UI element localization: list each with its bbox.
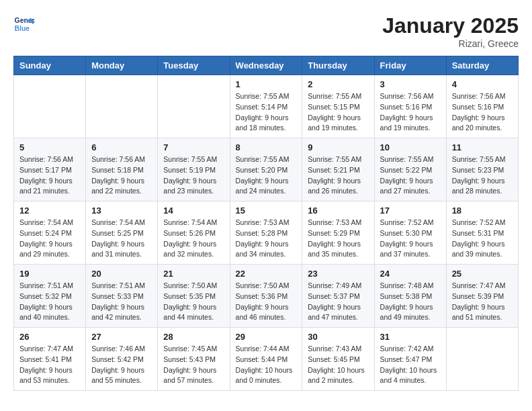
day-cell: 15Sunrise: 7:53 AMSunset: 5:28 PMDayligh… [230,201,302,265]
month-title: January 2025 [382,13,519,38]
day-number: 2 [308,79,368,89]
day-cell: 5Sunrise: 7:56 AMSunset: 5:17 PMDaylight… [14,138,86,201]
day-info: Sunrise: 7:42 AMSunset: 5:47 PMDaylight:… [380,344,441,386]
svg-text:Blue: Blue [15,25,30,32]
day-info: Sunrise: 7:45 AMSunset: 5:43 PMDaylight:… [163,344,224,386]
day-info: Sunrise: 7:54 AMSunset: 5:24 PMDaylight:… [19,218,80,260]
title-block: January 2025 Rizari, Greece [382,13,519,49]
day-cell: 19Sunrise: 7:51 AMSunset: 5:32 PMDayligh… [14,265,86,328]
day-number: 10 [380,142,441,152]
day-cell: 23Sunrise: 7:49 AMSunset: 5:37 PMDayligh… [302,265,374,328]
day-info: Sunrise: 7:48 AMSunset: 5:38 PMDaylight:… [380,281,441,323]
day-info: Sunrise: 7:44 AMSunset: 5:44 PMDaylight:… [236,344,297,386]
day-cell: 17Sunrise: 7:52 AMSunset: 5:30 PMDayligh… [374,201,446,265]
day-info: Sunrise: 7:56 AMSunset: 5:16 PMDaylight:… [380,91,441,134]
day-number: 25 [452,269,513,279]
day-number: 9 [308,142,368,152]
day-info: Sunrise: 7:50 AMSunset: 5:36 PMDaylight:… [236,281,297,323]
week-row-3: 12Sunrise: 7:54 AMSunset: 5:24 PMDayligh… [14,201,519,265]
day-number: 27 [91,332,152,342]
day-cell: 8Sunrise: 7:55 AMSunset: 5:20 PMDaylight… [230,138,302,201]
day-info: Sunrise: 7:55 AMSunset: 5:14 PMDaylight:… [236,91,297,134]
day-number: 30 [308,332,368,342]
day-info: Sunrise: 7:56 AMSunset: 5:17 PMDaylight:… [19,154,80,197]
day-cell [446,328,518,391]
day-info: Sunrise: 7:55 AMSunset: 5:23 PMDaylight:… [452,154,513,197]
day-cell: 22Sunrise: 7:50 AMSunset: 5:36 PMDayligh… [230,265,302,328]
weekday-header-row: SundayMondayTuesdayWednesdayThursdayFrid… [14,56,519,75]
day-cell: 18Sunrise: 7:52 AMSunset: 5:31 PMDayligh… [446,201,518,265]
day-info: Sunrise: 7:50 AMSunset: 5:35 PMDaylight:… [163,281,224,323]
day-cell: 7Sunrise: 7:55 AMSunset: 5:19 PMDaylight… [158,138,230,201]
week-row-2: 5Sunrise: 7:56 AMSunset: 5:17 PMDaylight… [14,138,519,201]
day-info: Sunrise: 7:51 AMSunset: 5:33 PMDaylight:… [91,281,152,323]
day-number: 24 [380,269,441,279]
day-cell: 31Sunrise: 7:42 AMSunset: 5:47 PMDayligh… [374,328,446,391]
day-number: 21 [163,269,224,279]
day-number: 18 [452,205,513,216]
weekday-header-thursday: Thursday [302,56,374,75]
day-number: 20 [91,269,152,279]
day-info: Sunrise: 7:53 AMSunset: 5:29 PMDaylight:… [308,218,368,260]
day-info: Sunrise: 7:55 AMSunset: 5:15 PMDaylight:… [308,91,368,134]
day-info: Sunrise: 7:55 AMSunset: 5:20 PMDaylight:… [236,154,297,197]
day-cell [86,75,158,138]
day-cell: 4Sunrise: 7:56 AMSunset: 5:16 PMDaylight… [446,75,518,138]
day-cell: 29Sunrise: 7:44 AMSunset: 5:44 PMDayligh… [230,328,302,391]
day-cell: 3Sunrise: 7:56 AMSunset: 5:16 PMDaylight… [374,75,446,138]
day-info: Sunrise: 7:47 AMSunset: 5:41 PMDaylight:… [19,344,80,386]
day-cell [14,75,86,138]
day-cell: 11Sunrise: 7:55 AMSunset: 5:23 PMDayligh… [446,138,518,201]
weekday-header-friday: Friday [374,56,446,75]
day-number: 29 [236,332,297,342]
weekday-header-wednesday: Wednesday [230,56,302,75]
day-cell: 28Sunrise: 7:45 AMSunset: 5:43 PMDayligh… [158,328,230,391]
day-info: Sunrise: 7:53 AMSunset: 5:28 PMDaylight:… [236,218,297,260]
day-number: 15 [236,205,297,216]
day-info: Sunrise: 7:47 AMSunset: 5:39 PMDaylight:… [452,281,513,323]
day-number: 12 [19,205,80,216]
day-number: 19 [19,269,80,279]
day-cell: 1Sunrise: 7:55 AMSunset: 5:14 PMDaylight… [230,75,302,138]
day-number: 13 [91,205,152,216]
day-info: Sunrise: 7:54 AMSunset: 5:25 PMDaylight:… [91,218,152,260]
weekday-header-saturday: Saturday [446,56,518,75]
day-info: Sunrise: 7:56 AMSunset: 5:18 PMDaylight:… [91,154,152,197]
day-info: Sunrise: 7:55 AMSunset: 5:22 PMDaylight:… [380,154,441,197]
week-row-4: 19Sunrise: 7:51 AMSunset: 5:32 PMDayligh… [14,265,519,328]
weekday-header-monday: Monday [86,56,158,75]
day-info: Sunrise: 7:51 AMSunset: 5:32 PMDaylight:… [19,281,80,323]
day-cell: 30Sunrise: 7:43 AMSunset: 5:45 PMDayligh… [302,328,374,391]
day-number: 8 [236,142,297,152]
day-info: Sunrise: 7:55 AMSunset: 5:19 PMDaylight:… [163,154,224,197]
calendar-table: SundayMondayTuesdayWednesdayThursdayFrid… [13,56,519,391]
day-info: Sunrise: 7:46 AMSunset: 5:42 PMDaylight:… [91,344,152,386]
weekday-header-tuesday: Tuesday [158,56,230,75]
day-number: 23 [308,269,368,279]
day-number: 7 [163,142,224,152]
day-cell: 20Sunrise: 7:51 AMSunset: 5:33 PMDayligh… [86,265,158,328]
day-info: Sunrise: 7:55 AMSunset: 5:21 PMDaylight:… [308,154,368,197]
day-number: 11 [452,142,513,152]
day-cell: 12Sunrise: 7:54 AMSunset: 5:24 PMDayligh… [14,201,86,265]
day-number: 3 [380,79,441,89]
day-number: 5 [19,142,80,152]
day-cell: 14Sunrise: 7:54 AMSunset: 5:26 PMDayligh… [158,201,230,265]
day-cell: 16Sunrise: 7:53 AMSunset: 5:29 PMDayligh… [302,201,374,265]
day-cell: 24Sunrise: 7:48 AMSunset: 5:38 PMDayligh… [374,265,446,328]
day-cell: 21Sunrise: 7:50 AMSunset: 5:35 PMDayligh… [158,265,230,328]
day-number: 31 [380,332,441,342]
logo: General Blue [13,13,35,35]
day-info: Sunrise: 7:43 AMSunset: 5:45 PMDaylight:… [308,344,368,386]
day-info: Sunrise: 7:54 AMSunset: 5:26 PMDaylight:… [163,218,224,260]
logo-icon: General Blue [13,13,35,35]
week-row-1: 1Sunrise: 7:55 AMSunset: 5:14 PMDaylight… [14,75,519,138]
week-row-5: 26Sunrise: 7:47 AMSunset: 5:41 PMDayligh… [14,328,519,391]
day-number: 28 [163,332,224,342]
location-subtitle: Rizari, Greece [382,38,519,49]
day-number: 4 [452,79,513,89]
day-number: 1 [236,79,297,89]
day-info: Sunrise: 7:52 AMSunset: 5:31 PMDaylight:… [452,218,513,260]
day-cell: 9Sunrise: 7:55 AMSunset: 5:21 PMDaylight… [302,138,374,201]
day-number: 16 [308,205,368,216]
